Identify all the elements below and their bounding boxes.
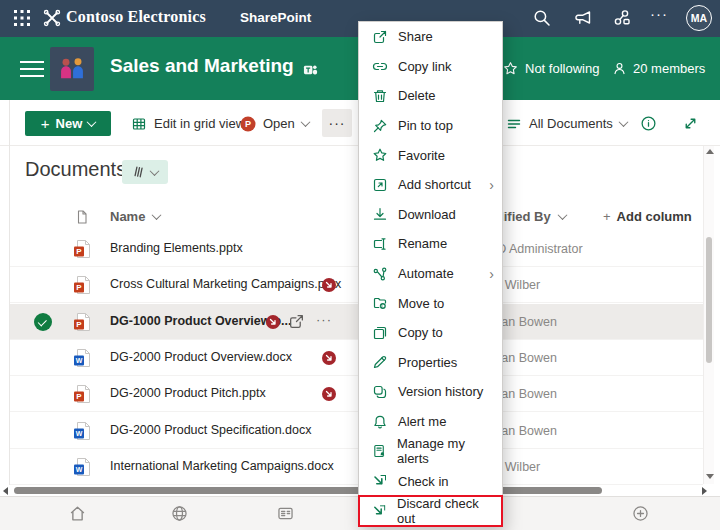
menu-item-alert-me[interactable]: Alert me	[359, 407, 502, 437]
expand-icon[interactable]	[682, 115, 699, 132]
library-title: Documents	[25, 158, 126, 181]
toolbar-more-button[interactable]: ···	[322, 109, 352, 137]
menu-item-copy-to[interactable]: Copy to	[359, 318, 502, 348]
plus-icon: +	[603, 209, 611, 224]
suite-more-icon[interactable]: ···	[650, 5, 668, 22]
menu-item-pin-to-top[interactable]: Pin to top	[359, 111, 502, 141]
row-more-actions-button[interactable]: ···	[316, 312, 332, 327]
new-button[interactable]: + New	[25, 111, 111, 136]
open-button-label: Open	[263, 116, 295, 131]
table-row[interactable]: W DG-2000 Product Specification.docx Meg…	[10, 413, 703, 449]
vertical-scrollbar[interactable]	[703, 146, 714, 484]
home-icon[interactable]	[68, 504, 87, 523]
horizontal-scrollbar-thumb[interactable]	[14, 487, 602, 494]
docx-file-icon: W	[72, 421, 92, 441]
file-name[interactable]: Cross Cultural Marketing Campaigns.pptx	[110, 277, 341, 291]
menu-item-manage-my-alerts[interactable]: Manage my alerts	[359, 436, 502, 466]
manage-alerts-icon	[372, 443, 387, 459]
column-header-name[interactable]: Name	[110, 209, 160, 224]
selected-check-icon[interactable]	[34, 313, 52, 331]
file-name[interactable]: DG-2000 Product Specification.docx	[110, 423, 312, 437]
megaphone-icon[interactable]	[573, 8, 593, 28]
docx-file-icon: W	[72, 348, 92, 368]
org-chart-icon[interactable]	[612, 8, 632, 28]
file-name[interactable]: International Marketing Campaigns.docx	[110, 459, 334, 473]
globe-icon[interactable]	[170, 504, 189, 523]
share-icon[interactable]	[288, 313, 305, 330]
follow-button[interactable]: Not following	[503, 61, 599, 76]
menu-item-copy-link[interactable]: Copy link	[359, 52, 502, 82]
menu-item-add-shortcut[interactable]: Add shortcut ›	[359, 170, 502, 200]
svg-text:P: P	[76, 320, 82, 329]
view-lines-icon	[506, 116, 522, 132]
menu-item-delete[interactable]: Delete	[359, 81, 502, 111]
product-name[interactable]: SharePoint	[240, 10, 311, 25]
members-button[interactable]: 20 members	[612, 61, 705, 76]
view-selector[interactable]: All Documents	[506, 111, 627, 136]
file-name[interactable]: DG-2000 Product Overview.docx	[110, 350, 292, 364]
svg-text:W: W	[76, 430, 83, 437]
new-button-label: New	[56, 116, 83, 131]
menu-item-rename[interactable]: Rename	[359, 229, 502, 259]
site-logo[interactable]	[50, 47, 94, 91]
svg-text:W: W	[76, 357, 83, 364]
table-row-selected[interactable]: P DG-1000 Product Overview.p... ··· Mega…	[10, 304, 703, 340]
menu-item-discard-check-out[interactable]: Discard check out	[359, 496, 502, 526]
scroll-left-arrow[interactable]	[3, 487, 8, 495]
download-icon	[372, 206, 388, 222]
horizontal-scrollbar[interactable]	[0, 485, 712, 496]
avatar[interactable]: MA	[686, 5, 712, 31]
star-icon	[372, 147, 388, 163]
view-switcher-pill[interactable]	[122, 160, 168, 184]
search-icon[interactable]	[532, 8, 552, 28]
menu-item-properties[interactable]: Properties	[359, 348, 502, 378]
menu-item-check-in[interactable]: Check in	[359, 466, 502, 496]
add-circle-icon[interactable]	[631, 504, 650, 523]
menu-item-version-history[interactable]: Version history	[359, 377, 502, 407]
share-icon	[372, 29, 388, 45]
table-header: Name Modified By + Add column	[10, 202, 703, 232]
table-row[interactable]: W International Marketing Campaigns.docx…	[10, 449, 703, 485]
edit-grid-view-label: Edit in grid view	[154, 116, 245, 131]
brand-name: Contoso Electronics	[66, 8, 206, 26]
table-row[interactable]: P DG-2000 Product Pitch.pptx Megan Bowen	[10, 376, 703, 412]
pptx-file-icon: P	[72, 239, 92, 259]
add-column-button[interactable]: + Add column	[603, 209, 692, 224]
edit-grid-view-button[interactable]: Edit in grid view	[131, 111, 245, 136]
table-row[interactable]: P Branding Elements.pptx MOD Administrat…	[10, 231, 703, 267]
check-in-icon	[372, 473, 388, 489]
svg-text:P: P	[245, 119, 251, 129]
site-title[interactable]: Sales and Marketing	[110, 55, 294, 77]
scroll-right-arrow[interactable]	[702, 487, 707, 495]
chevron-down-icon	[87, 117, 97, 127]
add-shortcut-icon	[372, 177, 388, 193]
hamburger-menu-icon[interactable]	[20, 61, 44, 82]
svg-text:P: P	[76, 247, 82, 256]
file-type-column-icon[interactable]	[74, 209, 90, 225]
info-icon[interactable]	[640, 115, 657, 132]
menu-item-download[interactable]: Download	[359, 200, 502, 230]
file-name[interactable]: DG-2000 Product Pitch.pptx	[110, 386, 266, 400]
scroll-down-arrow[interactable]	[706, 474, 714, 479]
vertical-scrollbar-thumb[interactable]	[706, 237, 712, 363]
shelf-icon	[132, 165, 146, 179]
menu-item-share[interactable]: Share	[359, 22, 502, 52]
news-icon[interactable]	[276, 504, 295, 523]
teams-icon	[303, 62, 318, 77]
scroll-up-arrow[interactable]	[706, 149, 714, 154]
app-launcher-icon[interactable]	[12, 8, 32, 28]
file-name[interactable]: DG-1000 Product Overview.p...	[110, 314, 292, 328]
table-row[interactable]: P Cross Cultural Marketing Campaigns.ppt…	[10, 267, 703, 303]
open-button[interactable]: P Open	[240, 111, 309, 136]
powerpoint-app-icon: P	[240, 116, 256, 132]
table-row[interactable]: W DG-2000 Product Overview.docx Megan Bo…	[10, 340, 703, 376]
menu-item-move-to[interactable]: Move to	[359, 288, 502, 318]
bell-icon	[372, 414, 388, 430]
chevron-down-icon	[557, 210, 567, 220]
members-label: 20 members	[633, 61, 705, 76]
menu-item-automate[interactable]: Automate ›	[359, 259, 502, 289]
menu-item-favorite[interactable]: Favorite	[359, 140, 502, 170]
chevron-down-icon	[300, 117, 310, 127]
context-menu: Share Copy link Delete Pin to top Favori…	[358, 21, 503, 527]
file-name[interactable]: Branding Elements.pptx	[110, 241, 243, 255]
